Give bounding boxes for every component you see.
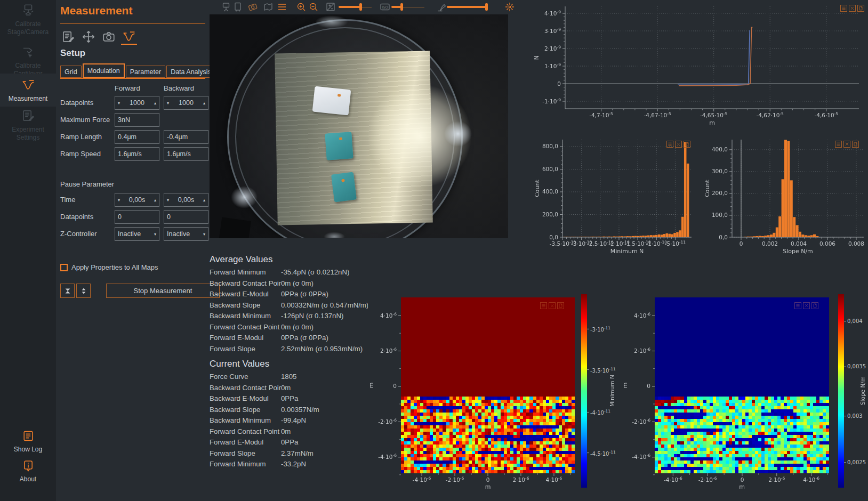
tab-data-analysis[interactable]: Data Analysis (166, 66, 215, 78)
chart-layout-icon[interactable] (849, 5, 856, 12)
slider-handle[interactable] (359, 3, 362, 11)
chart-export-icon[interactable] (857, 5, 864, 12)
forward-input[interactable]: 0.4μm (115, 130, 159, 144)
hist-bar (566, 237, 568, 237)
forward-input[interactable]: 3nN (115, 113, 159, 127)
colorbar-tick-label: -3·10-11 (590, 326, 610, 333)
chart-export-icon[interactable] (684, 141, 690, 148)
backward-spinner[interactable]: ▾0,00s▴ (164, 193, 208, 207)
backward-dropdown[interactable]: Inactive▾ (164, 227, 208, 241)
chart-layout-icon[interactable] (843, 141, 850, 148)
toolbar-slider-exposure[interactable] (339, 6, 372, 8)
stop-measurement-button[interactable]: Stop Measurement (106, 284, 220, 298)
chart-menu-icon[interactable] (835, 141, 842, 148)
tool-notes-icon[interactable] (60, 29, 76, 45)
svg-text:4·10-6: 4·10-6 (545, 476, 562, 483)
slider-handle[interactable] (400, 3, 403, 11)
camera-live-view[interactable] (210, 14, 508, 238)
toolbar-slider-lamp[interactable] (447, 6, 487, 8)
sidebar-item-show-log[interactable]: Show Log (0, 430, 56, 454)
colorbar-tick-label: 0,003 (847, 413, 863, 419)
zoom-out-icon (308, 2, 319, 12)
toolbar-map-icon[interactable] (263, 2, 274, 12)
svg-text:400,0: 400,0 (542, 188, 558, 195)
forward-dropdown[interactable]: Inactive▾ (115, 227, 159, 241)
chart-export-icon[interactable] (852, 141, 859, 148)
tool-move-icon[interactable] (81, 29, 97, 45)
toolbar-zoom-out-icon[interactable] (308, 2, 319, 12)
svg-text:-2·10-10: -2·10-10 (608, 240, 630, 247)
forward-spinner[interactable]: ▾0,00s▴ (115, 193, 159, 207)
tool-camera-icon[interactable] (101, 29, 117, 45)
expand-button[interactable] (76, 284, 91, 298)
sidebar-item-about[interactable]: About (0, 459, 56, 483)
value-text: 2.52mN/m (σ 0.953mN/m) (281, 345, 368, 356)
sidebar-item-calibrate-cantilever[interactable]: Calibrate Cantilever (0, 45, 56, 78)
toolbar-sample-frame-icon[interactable] (232, 2, 243, 12)
collapse-button[interactable] (60, 284, 75, 298)
chart-layout-icon[interactable] (803, 302, 810, 309)
slider-handle[interactable] (485, 3, 488, 11)
field-label: Z-Controller (60, 230, 97, 238)
forward-input[interactable]: 0 (115, 210, 159, 224)
svg-text:0: 0 (647, 383, 650, 389)
svg-text:2·10-9: 2·10-9 (544, 45, 561, 52)
svg-text:4·10-6: 4·10-6 (634, 312, 650, 319)
svg-text:m: m (485, 483, 491, 490)
tab-parameter[interactable]: Parameter (126, 66, 165, 78)
current-value-row: Forward Minimum-33.2pN (210, 460, 368, 471)
svg-text:m: m (709, 119, 715, 126)
tool-force-curve-icon[interactable] (121, 29, 137, 45)
svg-text:0: 0 (740, 240, 743, 247)
tab-modulation[interactable]: Modulation (83, 63, 125, 78)
svg-text:-1·10-9: -1·10-9 (542, 98, 561, 104)
toolbar-lamp-icon (436, 2, 447, 12)
sidebar-item-experiment-settings[interactable]: Experiment Settings (0, 109, 56, 142)
minimum-map-colorbar (581, 294, 587, 488)
field-label: Ramp Length (60, 133, 102, 141)
sidebar-item-label: Show Log (0, 446, 56, 454)
forward-input[interactable]: 1.6μm/s (115, 147, 159, 161)
tab-grid[interactable]: Grid (60, 66, 82, 78)
toolbar-exposure-icon (325, 2, 336, 12)
values-block: Average Values Forward Minimum-35.4pN (σ… (210, 253, 368, 472)
toolbar-stage-icon[interactable] (221, 2, 231, 12)
backward-input[interactable]: -0.4μm (164, 130, 208, 144)
chart-menu-icon[interactable] (794, 302, 801, 309)
chart-menu-icon[interactable] (840, 5, 847, 12)
hist-bar (676, 232, 679, 237)
svg-text:0: 0 (393, 383, 397, 389)
apply-properties-checkbox[interactable] (60, 264, 68, 271)
value-text: 0m (σ 0m) (281, 279, 368, 290)
chart-layout-icon[interactable] (675, 141, 682, 148)
backward-spinner[interactable]: ▾1000▴ (164, 96, 208, 110)
toolbar-slider-iso[interactable] (391, 6, 424, 8)
value-text: 1805 (281, 373, 368, 384)
chart-menu-icon[interactable] (666, 141, 673, 148)
forward-spinner[interactable]: ▾1000▴ (115, 96, 159, 110)
hist-bar (758, 236, 761, 237)
sidebar-item-measurement[interactable]: Measurement (0, 74, 56, 107)
sidebar-item-label: Measurement (0, 95, 56, 103)
hist-bar (813, 235, 816, 237)
value-text: 0PPa (281, 394, 368, 406)
sidebar-item-calibrate-stage-camera[interactable]: Calibrate Stage/Camera (0, 3, 56, 36)
current-value-row: Forward Contact Point0m (210, 427, 368, 439)
backward-input[interactable]: 0 (164, 210, 208, 224)
colorbar-tick-label: -4,5·10-11 (590, 450, 616, 457)
value-label: Backward E-Modul (210, 290, 281, 301)
measurement-buttons-row: Stop Measurement (60, 284, 220, 298)
toolbar-led-icon[interactable] (504, 2, 515, 12)
toolbar-camera-tilt-icon[interactable] (247, 2, 258, 12)
chart-export-icon[interactable] (557, 302, 564, 309)
hist-bar (658, 235, 661, 237)
toolbar-zoom-in-icon[interactable] (296, 2, 307, 12)
chart-menu-icon[interactable] (540, 302, 547, 309)
backward-input[interactable]: 1.6μm/s (164, 147, 208, 161)
field-label: Time (60, 196, 75, 204)
field-label: Datapoints (60, 213, 93, 221)
toolbar-menu-icon[interactable] (277, 2, 287, 12)
stage-object (219, 217, 251, 238)
chart-export-icon[interactable] (811, 302, 818, 309)
chart-layout-icon[interactable] (549, 302, 556, 309)
